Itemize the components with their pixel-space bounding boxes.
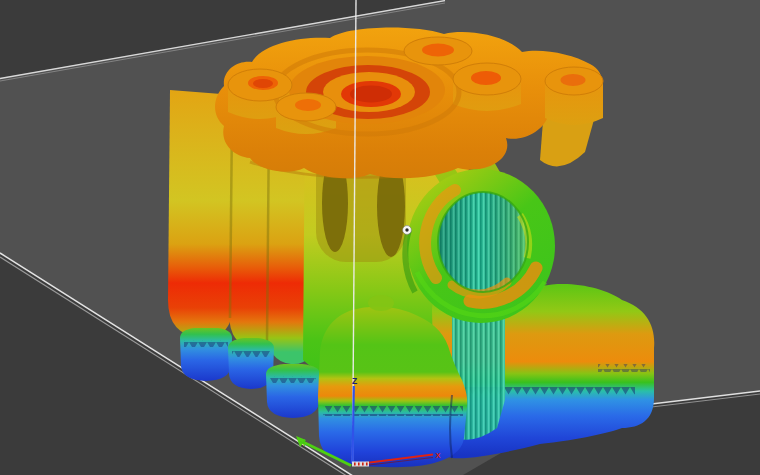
origin-scale-widget	[352, 462, 369, 467]
3d-viewport[interactable]: Z Y X	[0, 0, 760, 475]
part-base-left-back	[180, 328, 232, 381]
part-surface-nub	[368, 295, 394, 311]
x-axis-label: X	[435, 451, 440, 460]
support-teeth-center	[323, 406, 463, 416]
z-axis-label: Z	[352, 376, 357, 386]
crosshair-dot-icon	[403, 226, 412, 235]
part-base-left-front	[266, 364, 320, 418]
z-axis-line	[353, 386, 354, 463]
